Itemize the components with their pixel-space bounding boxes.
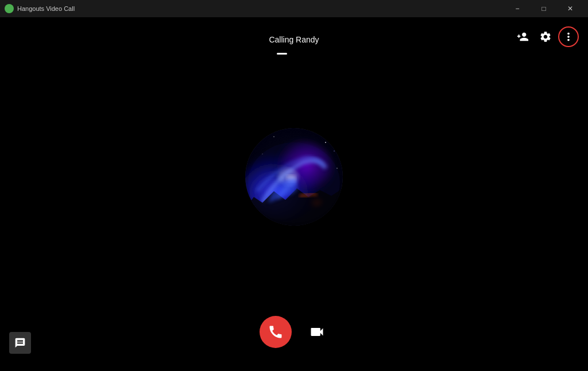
calling-status-text: Calling Randy (269, 35, 319, 44)
app-icon (5, 4, 14, 13)
settings-icon (539, 30, 552, 43)
add-person-icon (516, 30, 529, 43)
add-person-button[interactable] (512, 26, 533, 47)
svg-point-11 (325, 142, 326, 143)
svg-point-13 (262, 153, 262, 154)
svg-point-9 (256, 139, 257, 140)
bottom-controls (260, 316, 328, 348)
more-options-icon (562, 30, 575, 43)
svg-point-0 (7, 6, 11, 11)
minimize-button[interactable]: − (504, 0, 531, 17)
svg-point-14 (336, 168, 338, 169)
title-bar-controls: − □ ✕ (504, 0, 583, 17)
avatar-circle (245, 128, 343, 226)
svg-point-12 (334, 150, 334, 151)
end-call-button[interactable] (260, 316, 292, 348)
avatar-svg (245, 128, 343, 226)
window-title: Hangouts Video Call (17, 5, 75, 12)
video-toggle-button[interactable] (305, 320, 328, 343)
callee-avatar (245, 128, 343, 226)
title-bar: Hangouts Video Call − □ ✕ (0, 0, 588, 17)
close-button[interactable]: ✕ (557, 0, 583, 17)
maximize-button[interactable]: □ (531, 0, 557, 17)
more-options-button[interactable] (558, 26, 579, 47)
title-bar-left: Hangouts Video Call (5, 4, 75, 13)
svg-point-10 (273, 136, 274, 137)
chat-button[interactable] (9, 332, 31, 354)
toolbar (512, 26, 579, 47)
end-call-icon (268, 324, 284, 340)
call-area: Calling Randy (0, 17, 588, 371)
video-icon (309, 324, 325, 340)
chat-icon (14, 337, 26, 349)
settings-button[interactable] (535, 26, 556, 47)
calling-animation-line (277, 53, 287, 55)
